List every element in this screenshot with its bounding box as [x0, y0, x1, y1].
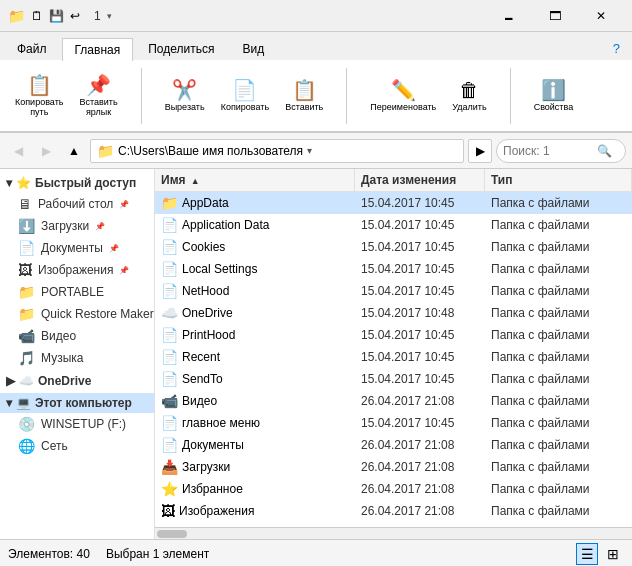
navigate-button[interactable]: ▶ [468, 139, 492, 163]
sidebar-item-portable[interactable]: 📁 PORTABLE [0, 281, 154, 303]
file-row-mainmenu[interactable]: 📄 главное меню 15.04.2017 10:45 Папка с … [155, 412, 632, 434]
file-name-appdata2: 📄 Application Data [155, 216, 355, 234]
paste-shortcut-icon: 📌 [86, 75, 111, 95]
file-name-printhood: 📄 PrintHood [155, 326, 355, 344]
sidebar-item-downloads[interactable]: ⬇️ Загрузки 📌 [0, 215, 154, 237]
ribbon-content: 📋 Копироватьпуть 📌 Вставитьярлык ✂️ Выре… [0, 60, 632, 132]
folder-icon-mainmenu: 📄 [161, 415, 178, 431]
sidebar-item-network[interactable]: 🌐 Сеть [0, 435, 154, 457]
back-button[interactable]: ◀ [6, 139, 30, 163]
sidebar-item-documents[interactable]: 📄 Документы 📌 [0, 237, 154, 259]
file-row-appdata2[interactable]: 📄 Application Data 15.04.2017 10:45 Папк… [155, 214, 632, 236]
sidebar-section-thispc: ▾ 💻 Этот компьютер 💿 WINSETUP (F:) 🌐 Сет… [0, 393, 154, 457]
up-button[interactable]: ▲ [62, 139, 86, 163]
file-row-sendto[interactable]: 📄 SendTo 15.04.2017 10:45 Папка с файлам… [155, 368, 632, 390]
rename-icon: ✏️ [391, 80, 416, 100]
sidebar-item-quickrestore[interactable]: 📁 Quick Restore Maker 4 [0, 303, 154, 325]
sidebar-item-video[interactable]: 📹 Видео [0, 325, 154, 347]
quickrestore-folder-icon: 📁 [18, 306, 35, 322]
copy-path-button[interactable]: 📋 Копироватьпуть [8, 70, 70, 122]
file-name-sendto: 📄 SendTo [155, 370, 355, 388]
folder-icon-downloads: 📥 [161, 459, 178, 475]
copy-button[interactable]: 📄 Копировать [214, 75, 276, 117]
column-header-name[interactable]: Имя ▲ [155, 169, 355, 191]
file-row-favorites[interactable]: ⭐ Избранное 26.04.2017 21:08 Папка с фай… [155, 478, 632, 500]
file-row-printhood[interactable]: 📄 PrintHood 15.04.2017 10:45 Папка с фай… [155, 324, 632, 346]
file-row-recent[interactable]: 📄 Recent 15.04.2017 10:45 Папка с файлам… [155, 346, 632, 368]
cut-button[interactable]: ✂️ Вырезать [158, 75, 212, 117]
file-list-header: Имя ▲ Дата изменения Тип [155, 169, 632, 192]
documents-icon: 📄 [18, 240, 35, 256]
paste-button[interactable]: 📋 Вставить [278, 75, 330, 117]
sidebar-item-desktop[interactable]: 🖥 Рабочий стол 📌 [0, 193, 154, 215]
forward-button[interactable]: ▶ [34, 139, 58, 163]
title-bar: 📁 🗒 💾 ↩ 1 ▾ 🗕 🗖 ✕ [0, 0, 632, 32]
file-list: Имя ▲ Дата изменения Тип ➤ 📁 AppData 15.… [155, 169, 632, 527]
file-name-onedrive: ☁️ OneDrive [155, 304, 355, 322]
file-row-docs[interactable]: 📄 Документы 26.04.2017 21:08 Папка с фай… [155, 434, 632, 456]
file-name-favorites: ⭐ Избранное [155, 480, 355, 498]
copy-path-icon: 📋 [27, 75, 52, 95]
file-name-docs: 📄 Документы [155, 436, 355, 454]
main-area: ▾ ⭐ Быстрый доступ 🖥 Рабочий стол 📌 ⬇️ З… [0, 169, 632, 539]
sidebar-header-quickaccess[interactable]: ▾ ⭐ Быстрый доступ [0, 173, 154, 193]
file-row-localsettings[interactable]: 📄 Local Settings 15.04.2017 10:45 Папка … [155, 258, 632, 280]
pin-icon-desktop: 📌 [119, 200, 129, 209]
close-button[interactable]: ✕ [578, 0, 624, 32]
file-name-localsettings: 📄 Local Settings [155, 260, 355, 278]
tab-home[interactable]: Главная [62, 38, 134, 61]
sidebar-header-onedrive[interactable]: ▶ ☁️ OneDrive [0, 371, 154, 391]
sidebar-section-onedrive: ▶ ☁️ OneDrive [0, 371, 154, 391]
file-row-appdata[interactable]: ➤ 📁 AppData 15.04.2017 10:45 Папка с фай… [155, 192, 632, 214]
properties-button[interactable]: ℹ️ Свойства [527, 68, 581, 124]
ribbon-tabs: Файл Главная Поделиться Вид ? [0, 32, 632, 60]
delete-icon: 🗑 [459, 80, 479, 100]
sidebar-item-music[interactable]: 🎵 Музыка [0, 347, 154, 369]
title-text: 1 [94, 9, 101, 23]
sidebar-item-images[interactable]: 🖼 Изображения 📌 [0, 259, 154, 281]
tab-share[interactable]: Поделиться [135, 37, 227, 60]
column-header-date[interactable]: Дата изменения [355, 169, 485, 191]
winsetup-icon: 💿 [18, 416, 35, 432]
file-row-downloads[interactable]: 📥 Загрузки 26.04.2017 21:08 Папка с файл… [155, 456, 632, 478]
column-header-type[interactable]: Тип [485, 169, 632, 191]
tab-view[interactable]: Вид [229, 37, 277, 60]
pin-icon-downloads: 📌 [95, 222, 105, 231]
help-button[interactable]: ? [605, 37, 628, 60]
search-box[interactable]: 🔍 [496, 139, 626, 163]
desktop-icon: 🖥 [18, 196, 32, 212]
properties-icon: ℹ️ [541, 80, 566, 100]
onedrive-icon: ☁️ [19, 374, 34, 388]
details-view-button[interactable]: ☰ [576, 543, 598, 565]
ribbon-separator-2 [346, 68, 347, 124]
search-icon: 🔍 [597, 144, 612, 158]
paste-shortcut-button[interactable]: 📌 Вставитьярлык [72, 70, 124, 122]
file-row-nethood[interactable]: 📄 NetHood 15.04.2017 10:45 Папка с файла… [155, 280, 632, 302]
delete-button[interactable]: 🗑 Удалить [445, 75, 493, 117]
sidebar-header-thispc[interactable]: ▾ 💻 Этот компьютер [0, 393, 154, 413]
minimize-button[interactable]: 🗕 [486, 0, 532, 32]
address-path[interactable]: 📁 C:\Users\Ваше имя пользователя ▾ [90, 139, 464, 163]
search-input[interactable] [503, 144, 593, 158]
paste-icon: 📋 [292, 80, 317, 100]
sidebar-item-winsetup[interactable]: 💿 WINSETUP (F:) [0, 413, 154, 435]
maximize-button[interactable]: 🗖 [532, 0, 578, 32]
file-row-cookies[interactable]: 📄 Cookies 15.04.2017 10:45 Папка с файла… [155, 236, 632, 258]
folder-icon-nethood: 📄 [161, 283, 178, 299]
file-name-nethood: 📄 NetHood [155, 282, 355, 300]
file-row-video[interactable]: 📹 Видео 26.04.2017 21:08 Папка с файлами [155, 390, 632, 412]
folder-icon-localsettings: 📄 [161, 261, 178, 277]
images-icon: 🖼 [18, 262, 32, 278]
file-row-pictures[interactable]: 🖼 Изображения 26.04.2017 21:08 Папка с ф… [155, 500, 632, 522]
view-controls: ☰ ⊞ [576, 543, 624, 565]
horizontal-scrollbar[interactable] [155, 527, 632, 539]
folder-icon-video: 📹 [161, 393, 178, 409]
tiles-view-button[interactable]: ⊞ [602, 543, 624, 565]
rename-button[interactable]: ✏️ Переименовать [363, 75, 443, 117]
ribbon: Файл Главная Поделиться Вид ? 📋 Копирова… [0, 32, 632, 133]
file-row-onedrive[interactable]: ☁️ OneDrive 15.04.2017 10:48 Папка с фай… [155, 302, 632, 324]
folder-icon-sendto: 📄 [161, 371, 178, 387]
tab-file[interactable]: Файл [4, 37, 60, 60]
file-name-video: 📹 Видео [155, 392, 355, 410]
address-bar: ◀ ▶ ▲ 📁 C:\Users\Ваше имя пользователя ▾… [0, 133, 632, 169]
